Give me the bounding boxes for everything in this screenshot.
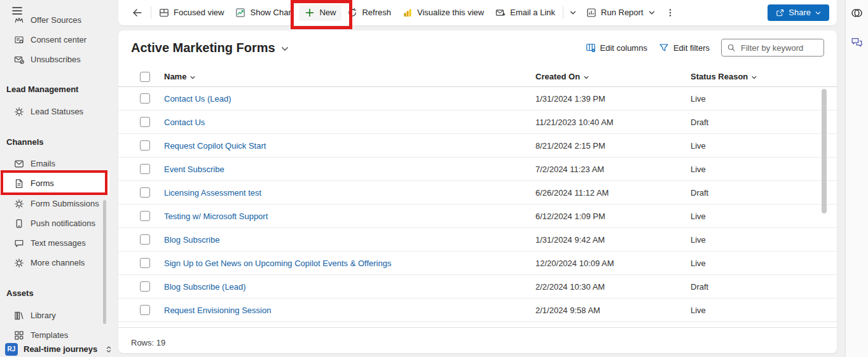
- select-all-checkbox[interactable]: [140, 72, 150, 82]
- new-button[interactable]: New: [299, 4, 341, 21]
- phone-icon: [14, 219, 24, 229]
- up-down-chevron-icon: [104, 345, 113, 354]
- form-name-link[interactable]: Event Subscribe: [164, 165, 224, 174]
- row-checkbox[interactable]: [140, 305, 150, 315]
- form-name-link[interactable]: Blog Subscribe (Lead): [164, 282, 246, 292]
- column-header-name[interactable]: Name: [164, 72, 535, 81]
- crown-squiggle-icon: [14, 15, 24, 25]
- run-report-button[interactable]: Run Report: [581, 4, 661, 21]
- status-reason-cell: Live: [691, 306, 837, 315]
- feedback-button[interactable]: [851, 36, 863, 48]
- report-bars-icon: [586, 8, 596, 18]
- more-commands-button[interactable]: [661, 4, 679, 21]
- form-name-link[interactable]: Blog Subscribe: [164, 235, 219, 245]
- chevron-down-icon: [648, 9, 656, 17]
- table-row: Blog Subscribe 1/31/2024 9:42 AM Live: [118, 228, 837, 252]
- sidebar-scrollbar[interactable]: [103, 200, 106, 324]
- divider: [151, 6, 151, 19]
- area-badge: RJ: [5, 343, 18, 356]
- form-name-link[interactable]: Request Envisioning Session: [164, 306, 271, 315]
- row-checkbox[interactable]: [140, 140, 150, 151]
- overflow-chevron-button[interactable]: [565, 6, 581, 20]
- back-button[interactable]: [126, 4, 149, 22]
- chevron-down-icon: [751, 74, 757, 81]
- form-name-link[interactable]: Contact Us: [164, 118, 205, 127]
- edit-columns-button[interactable]: Edit columns: [586, 43, 647, 53]
- sidebar-item-consent-center[interactable]: Consent center: [0, 30, 109, 50]
- sidebar-item-label: Form Submissions: [31, 199, 99, 208]
- row-checkbox[interactable]: [140, 211, 150, 221]
- created-on-cell: 11/21/2023 10:40 AM: [535, 118, 691, 127]
- sidebar-item-unsubscribes[interactable]: Unsubscribes: [0, 50, 109, 69]
- sidebar-item-emails[interactable]: Emails: [0, 154, 109, 173]
- view-selector[interactable]: Active Marketing Forms: [131, 41, 289, 55]
- row-checkbox[interactable]: [140, 93, 150, 104]
- sidebar-item-library[interactable]: Library: [0, 306, 109, 325]
- form-name-link[interactable]: Sign Up to Get News on Upcoming Copilot …: [164, 259, 391, 268]
- sidebar-item-label: Offer Sources: [31, 15, 81, 25]
- sidebar-section-assets: Assets: [0, 285, 109, 301]
- grid-scrollbar[interactable]: [822, 89, 827, 213]
- table-row: Blog Subscribe (Lead) 2/2/2024 10:30 AM …: [118, 275, 837, 299]
- table-row: Testing w/ Microsoft Support 6/12/2024 1…: [118, 205, 837, 228]
- sidebar-item-form-submissions[interactable]: Form Submissions: [0, 194, 109, 213]
- show-chart-button[interactable]: Show Chart: [230, 4, 299, 21]
- sidebar-item-lead-statuses[interactable]: Lead Statuses: [0, 102, 109, 121]
- email-link-button[interactable]: Email a Link: [490, 4, 561, 21]
- copilot-icon: [850, 6, 864, 20]
- back-arrow-icon: [132, 7, 143, 18]
- form-name-link[interactable]: Testing w/ Microsoft Support: [164, 212, 268, 221]
- chat-bubble-icon: [14, 238, 24, 248]
- area-switcher[interactable]: RJ Real-time journeys: [0, 341, 109, 357]
- view-actions: Edit columns Edit filters: [586, 39, 825, 57]
- row-checkbox[interactable]: [140, 258, 150, 268]
- row-checkbox[interactable]: [140, 281, 150, 292]
- sidebar-item-label: Library: [31, 311, 56, 320]
- bar-chart-gold-icon: [403, 8, 413, 18]
- gear-icon: [14, 258, 24, 268]
- form-page-icon: [14, 178, 24, 189]
- chevron-down-icon: [583, 74, 589, 81]
- chat-feedback-icon: [851, 36, 863, 48]
- refresh-circle-icon: [347, 8, 357, 18]
- status-reason-cell: Live: [691, 141, 837, 151]
- page-title: Active Marketing Forms: [131, 41, 275, 55]
- row-checkbox[interactable]: [140, 164, 150, 174]
- sidebar-item-label: Unsubscribes: [31, 55, 81, 64]
- refresh-button[interactable]: Refresh: [341, 4, 397, 21]
- copilot-button[interactable]: [850, 6, 864, 20]
- keyword-filter-input[interactable]: [740, 43, 818, 53]
- chevron-down-icon: [189, 74, 196, 81]
- edit-filters-button[interactable]: Edit filters: [659, 43, 710, 53]
- sidebar-item-text-messages[interactable]: Text messages: [0, 233, 109, 253]
- status-reason-cell: Draft: [691, 188, 837, 198]
- more-vertical-icon: [665, 8, 675, 18]
- sidebar-item-label: Consent center: [31, 35, 86, 44]
- sidebar-item-offer-sources[interactable]: Offer Sources: [0, 10, 109, 30]
- table-row: Request Copilot Quick Start 8/21/2024 2:…: [118, 134, 837, 158]
- status-reason-cell: Live: [691, 235, 837, 245]
- status-reason-cell: Draft: [691, 118, 837, 127]
- table-row: Contact Us (Lead) 1/31/2024 1:39 PM Live: [118, 87, 837, 111]
- sidebar-item-more-channels[interactable]: More channels: [0, 253, 109, 273]
- row-checkbox[interactable]: [140, 117, 150, 127]
- column-header-status-reason[interactable]: Status Reason: [691, 72, 837, 81]
- visualize-view-button[interactable]: Visualize this view: [397, 4, 490, 21]
- command-bar: Focused view Show Chart New Refresh Visu…: [118, 0, 837, 25]
- form-name-link[interactable]: Request Copilot Quick Start: [164, 141, 266, 151]
- sidebar-item-push-notifications[interactable]: Push notifications: [0, 213, 109, 233]
- sidebar-item-label: Text messages: [31, 238, 86, 248]
- document-badge-icon: [14, 35, 24, 45]
- area-label: Real-time journeys: [24, 344, 97, 354]
- sidebar-item-forms[interactable]: Forms: [0, 173, 109, 193]
- row-checkbox[interactable]: [140, 234, 150, 245]
- created-on-cell: 12/20/2024 10:09 AM: [535, 259, 691, 268]
- form-name-link[interactable]: Contact Us (Lead): [164, 94, 231, 104]
- form-name-link[interactable]: Licensing Assessment test: [164, 188, 261, 198]
- row-checkbox[interactable]: [140, 187, 150, 198]
- focused-view-button[interactable]: Focused view: [153, 4, 230, 21]
- share-button[interactable]: Share: [768, 4, 829, 21]
- column-header-created-on[interactable]: Created On: [535, 72, 691, 81]
- created-on-cell: 8/21/2024 2:15 PM: [535, 141, 691, 151]
- table-row: Request Envisioning Session 2/1/2024 9:5…: [118, 299, 837, 322]
